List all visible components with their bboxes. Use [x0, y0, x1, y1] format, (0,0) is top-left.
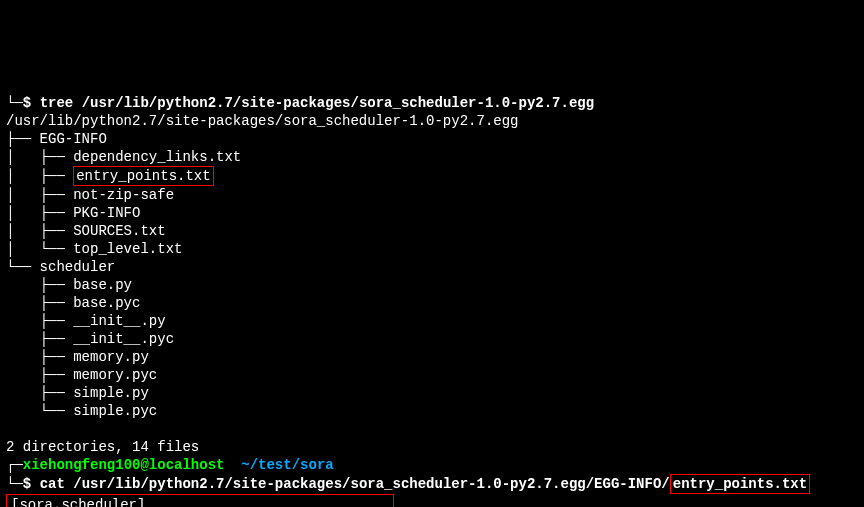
- tree-line: ├── __init__.py: [6, 313, 166, 329]
- tree-line: │ ├── dependency_links.txt: [6, 149, 241, 165]
- prompt-prefix: ┌─: [6, 457, 23, 473]
- tree-line: │ └── top_level.txt: [6, 241, 182, 257]
- tree-line: │ ├──: [6, 168, 73, 184]
- tree-root: /usr/lib/python2.7/site-packages/sora_sc…: [6, 113, 518, 129]
- cwd: ~/test/sora: [241, 457, 333, 473]
- prompt-arrow: └─: [6, 476, 23, 492]
- command-cat-prefix: cat /usr/lib/python2.7/site-packages/sor…: [40, 476, 670, 492]
- prompt-dollar: $: [23, 476, 31, 492]
- command-tree: tree /usr/lib/python2.7/site-packages/so…: [40, 95, 595, 111]
- tree-line: ├── memory.py: [6, 349, 149, 365]
- prompt-dollar: $: [23, 95, 31, 111]
- tree-line: ├── __init__.pyc: [6, 331, 174, 347]
- terminal-output: └─$ tree /usr/lib/python2.7/site-package…: [6, 76, 858, 507]
- tree-line: ├── simple.py: [6, 385, 149, 401]
- tree-summary: 2 directories, 14 files: [6, 439, 199, 455]
- tree-line: │ ├── PKG-INFO: [6, 205, 140, 221]
- user-host: xiehongfeng100@localhost: [23, 457, 225, 473]
- tree-line: └── simple.pyc: [6, 403, 157, 419]
- tree-line: ├── base.py: [6, 277, 132, 293]
- tree-line: │ ├── not-zip-safe: [6, 187, 174, 203]
- highlighted-path-entry-points: entry_points.txt: [670, 474, 810, 494]
- file-contents-box: [sora.scheduler] memorybase = scheduler.…: [6, 494, 394, 507]
- file-line: [sora.scheduler]: [11, 497, 145, 507]
- tree-line: ├── EGG-INFO: [6, 131, 107, 147]
- tree-line: ├── memory.pyc: [6, 367, 157, 383]
- tree-line: ├── base.pyc: [6, 295, 140, 311]
- prompt-arrow: └─: [6, 95, 23, 111]
- tree-line: └── scheduler: [6, 259, 115, 275]
- tree-line: │ ├── SOURCES.txt: [6, 223, 166, 239]
- highlighted-file-entry-points: entry_points.txt: [73, 166, 213, 186]
